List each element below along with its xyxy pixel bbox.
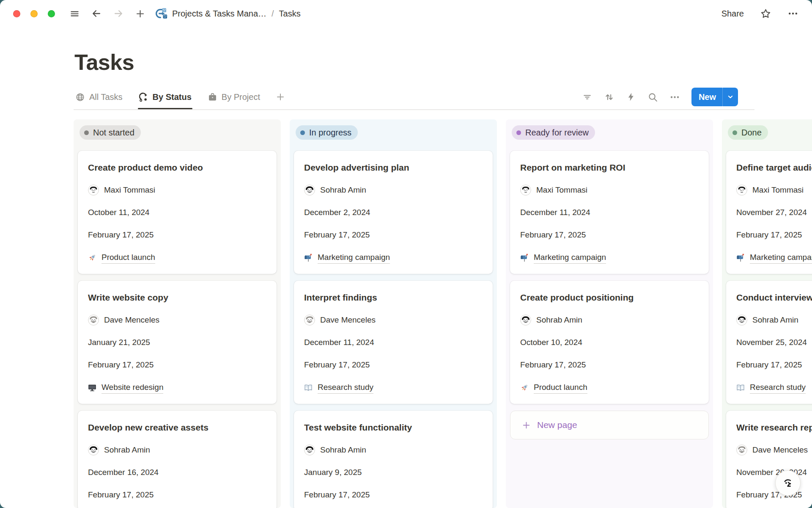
project-link[interactable]: Marketing campaign <box>520 252 699 264</box>
task-title: Report on marketing ROI <box>520 162 699 173</box>
task-card[interactable]: Test website functionalitySohrab AminJan… <box>294 411 493 508</box>
status-pill[interactable]: Done <box>728 125 768 140</box>
start-date: December 11, 2024 <box>520 207 699 218</box>
project-link[interactable]: Website redesign <box>88 382 266 394</box>
column-cards: Develop advertising planSohrab AminDecem… <box>294 151 493 508</box>
status-pill[interactable]: Ready for review <box>512 125 595 140</box>
dave-avatar <box>88 315 99 326</box>
date-text: February 17, 2025 <box>736 359 802 370</box>
breadcrumb-current[interactable]: Tasks <box>279 9 301 19</box>
mailbox-icon <box>736 254 745 262</box>
date-text: November 27, 2024 <box>736 207 807 218</box>
task-card[interactable]: Interpret findingsDave MencelesDecember … <box>294 281 493 404</box>
app-window: Projects & Tasks Mana… / Tasks Share Tas… <box>0 0 812 508</box>
task-card[interactable]: Create product positioningSohrab AminOct… <box>510 281 709 404</box>
task-card[interactable]: Create product demo videoMaxi TommasiOct… <box>78 151 277 274</box>
start-date: December 11, 2024 <box>304 337 483 348</box>
share-button[interactable]: Share <box>721 9 744 19</box>
assignee-name: Dave Menceles <box>104 315 159 326</box>
tab-label: By Status <box>153 92 192 102</box>
status-pill[interactable]: In progress <box>296 125 358 140</box>
add-view-icon[interactable] <box>275 92 285 102</box>
filter-icon[interactable] <box>582 92 593 102</box>
project-label: Research study <box>318 382 373 394</box>
date-text: February 17, 2025 <box>88 359 154 370</box>
back-icon[interactable] <box>91 8 102 19</box>
due-date: February 17, 2025 <box>736 229 812 240</box>
view-tabs: All TasksBy StatusBy Project <box>74 85 285 109</box>
column-cards: Create product demo videoMaxi TommasiOct… <box>78 151 277 508</box>
project-link[interactable]: Marketing campaign <box>736 252 812 264</box>
mailbox-icon <box>520 254 529 262</box>
task-card[interactable]: Develop advertising planSohrab AminDecem… <box>294 151 493 274</box>
view-more-icon[interactable] <box>669 92 680 102</box>
lightning-icon[interactable] <box>626 92 636 102</box>
task-card[interactable]: Write research reportDave MencelesNovemb… <box>726 411 812 508</box>
date-text: January 9, 2025 <box>304 467 362 478</box>
date-text: February 17, 2025 <box>304 229 370 240</box>
date-text: December 11, 2024 <box>520 207 590 218</box>
chevron-down-icon[interactable] <box>722 88 738 106</box>
breadcrumb-root[interactable]: Projects & Tasks Mana… <box>172 9 266 19</box>
date-text: February 17, 2025 <box>88 229 154 240</box>
project-link[interactable]: Marketing campaign <box>304 252 483 264</box>
project-link[interactable]: Research study <box>736 382 812 394</box>
titlebar: Projects & Tasks Mana… / Tasks Share <box>0 0 812 27</box>
task-card[interactable]: Conduct interviewsSohrab AminNovember 25… <box>726 281 812 404</box>
assignee-row: Sohrab Amin <box>736 315 812 326</box>
start-date: November 25, 2024 <box>736 337 812 348</box>
project-label: Website redesign <box>102 382 163 394</box>
assignee-row: Sohrab Amin <box>304 185 483 196</box>
task-card[interactable]: Define target audienceMaxi TommasiNovemb… <box>726 151 812 274</box>
start-date: January 21, 2025 <box>88 337 266 348</box>
project-label: Marketing campaign <box>750 252 812 264</box>
new-page-button[interactable]: New page <box>510 411 709 439</box>
date-text: December 11, 2024 <box>304 337 374 348</box>
favorite-star-icon[interactable] <box>760 8 771 19</box>
tab-by-project[interactable]: By Project <box>207 85 261 109</box>
project-link[interactable]: Research study <box>304 382 483 394</box>
sohrab-avatar <box>736 315 747 326</box>
zoom-window-button[interactable] <box>48 10 55 17</box>
project-label: Marketing campaign <box>318 252 390 264</box>
status-label: Not started <box>93 128 134 138</box>
new-tab-icon[interactable] <box>135 8 145 19</box>
ai-assistant-button[interactable] <box>775 470 801 496</box>
search-icon[interactable] <box>647 92 658 102</box>
dave-avatar <box>304 315 315 326</box>
task-card[interactable]: Develop new creative assetsSohrab AminDe… <box>78 411 277 508</box>
sohrab-avatar <box>304 185 315 196</box>
tab-all-tasks[interactable]: All Tasks <box>74 85 123 109</box>
date-text: October 11, 2024 <box>88 207 149 218</box>
more-options-icon[interactable] <box>787 8 798 19</box>
assignee-name: Dave Menceles <box>752 444 808 456</box>
sort-icon[interactable] <box>604 92 614 102</box>
new-button[interactable]: New <box>691 88 738 106</box>
hamburger-icon[interactable] <box>69 8 80 19</box>
project-link[interactable]: Product launch <box>520 382 699 394</box>
minimize-window-button[interactable] <box>30 10 38 17</box>
globe-icon <box>75 92 85 102</box>
new-button-label[interactable]: New <box>691 92 722 102</box>
due-date: February 17, 2025 <box>304 489 483 500</box>
sohrab-avatar <box>88 444 99 456</box>
assignee-name: Sohrab Amin <box>320 185 366 196</box>
task-title: Define target audience <box>736 162 812 173</box>
status-pill[interactable]: Not started <box>80 125 141 140</box>
tab-label: By Project <box>222 92 260 102</box>
project-label: Marketing campaign <box>534 252 606 264</box>
book-icon <box>736 384 745 392</box>
tab-by-status[interactable]: By Status <box>138 85 192 109</box>
desktop-icon <box>88 384 96 392</box>
task-title: Create product demo video <box>88 162 266 173</box>
date-text: February 17, 2025 <box>304 489 370 500</box>
date-text: December 16, 2024 <box>88 467 159 478</box>
project-label: Product launch <box>102 252 155 264</box>
task-card[interactable]: Write website copyDave MencelesJanuary 2… <box>78 281 277 404</box>
close-window-button[interactable] <box>13 10 20 17</box>
project-link[interactable]: Product launch <box>88 252 266 264</box>
view-toolbar: New <box>582 85 738 109</box>
task-card[interactable]: Report on marketing ROIMaxi TommasiDecem… <box>510 151 709 274</box>
column-cards: Report on marketing ROIMaxi TommasiDecem… <box>510 151 709 404</box>
assignee-name: Sohrab Amin <box>536 315 582 326</box>
